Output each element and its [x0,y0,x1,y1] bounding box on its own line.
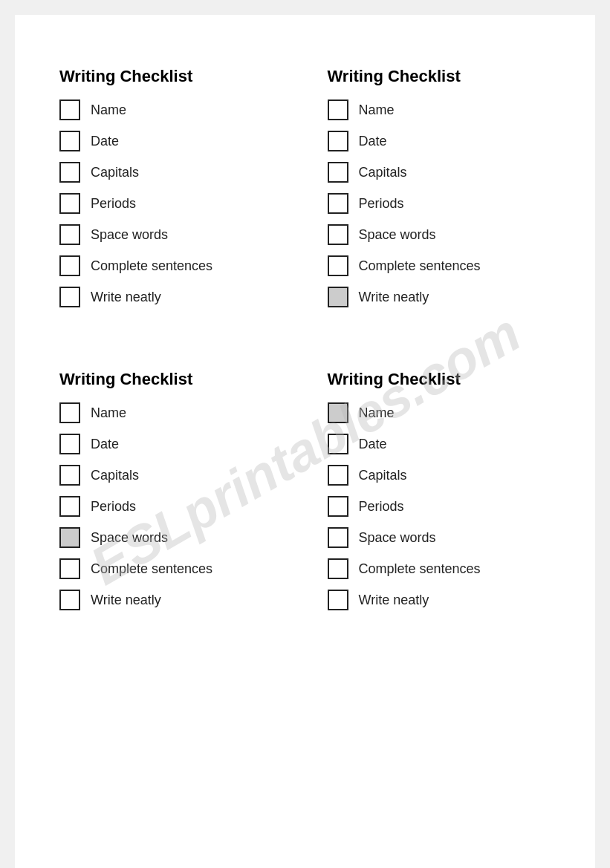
page: ESLprintables.com Writing ChecklistNameD… [15,15,595,868]
checklist-2-item-2[interactable]: Date [328,131,551,151]
checklist-3: Writing ChecklistNameDateCapitalsPeriods… [45,362,298,636]
checklist-4-item-5[interactable]: Space words [328,527,551,548]
item-label-4-6: Complete sentences [359,561,481,577]
checkbox-3-3[interactable] [59,465,80,486]
checklist-3-item-1[interactable]: Name [59,402,283,423]
checklist-4-item-7[interactable]: Write neatly [328,590,551,610]
checkbox-2-2[interactable] [328,131,348,151]
item-label-1-7: Write neatly [91,290,161,305]
checklist-4-item-3[interactable]: Capitals [328,465,551,486]
checklist-1-item-6[interactable]: Complete sentences [59,255,283,276]
checkbox-1-3[interactable] [59,162,80,183]
item-label-1-6: Complete sentences [91,258,212,274]
checkbox-2-1[interactable] [328,99,348,120]
item-label-4-1: Name [359,405,395,421]
checklists-grid: Writing ChecklistNameDateCapitalsPeriods… [45,59,565,636]
checklist-1-item-3[interactable]: Capitals [59,162,283,183]
item-label-3-3: Capitals [91,468,139,483]
checklist-3-item-2[interactable]: Date [59,434,283,454]
item-label-4-7: Write neatly [359,593,429,608]
checklist-1-item-5[interactable]: Space words [59,224,283,245]
item-label-3-6: Complete sentences [91,561,212,577]
checklist-2-item-1[interactable]: Name [328,99,551,120]
checklist-4-item-6[interactable]: Complete sentences [328,558,551,579]
checkbox-1-4[interactable] [59,193,80,214]
item-label-4-2: Date [359,437,387,452]
item-label-2-3: Capitals [359,165,407,180]
checkbox-4-7[interactable] [328,590,348,610]
checkbox-3-1[interactable] [59,402,80,423]
checkbox-2-5[interactable] [328,224,348,245]
item-label-2-5: Space words [359,227,436,243]
checkbox-2-7[interactable] [328,287,348,307]
checkbox-2-3[interactable] [328,162,348,183]
checklist-3-title: Writing Checklist [59,370,283,389]
checklist-2-item-7[interactable]: Write neatly [328,287,551,307]
item-label-2-7: Write neatly [359,290,429,305]
checklist-2-item-5[interactable]: Space words [328,224,551,245]
item-label-3-1: Name [91,405,126,421]
checkbox-1-5[interactable] [59,224,80,245]
checkbox-4-1[interactable] [328,402,348,423]
checklist-1-item-2[interactable]: Date [59,131,283,151]
item-label-4-5: Space words [359,530,436,546]
item-label-1-5: Space words [91,227,168,243]
checkbox-4-3[interactable] [328,465,348,486]
item-label-3-4: Periods [91,499,136,515]
checkbox-1-1[interactable] [59,99,80,120]
checkbox-4-5[interactable] [328,527,348,548]
checklist-3-item-6[interactable]: Complete sentences [59,558,283,579]
checklist-3-item-5[interactable]: Space words [59,527,283,548]
item-label-3-7: Write neatly [91,593,161,608]
item-label-2-1: Name [359,102,395,118]
item-label-1-3: Capitals [91,165,139,180]
item-label-1-4: Periods [91,196,136,212]
checklist-2-item-4[interactable]: Periods [328,193,551,214]
checklist-2-item-3[interactable]: Capitals [328,162,551,183]
checklist-2-item-6[interactable]: Complete sentences [328,255,551,276]
checkbox-4-6[interactable] [328,558,348,579]
checkbox-3-7[interactable] [59,590,80,610]
checklist-1-item-4[interactable]: Periods [59,193,283,214]
checklist-1-item-1[interactable]: Name [59,99,283,120]
checkbox-1-6[interactable] [59,255,80,276]
item-label-2-6: Complete sentences [359,258,481,274]
checkbox-4-2[interactable] [328,434,348,454]
checkbox-3-2[interactable] [59,434,80,454]
checklist-4: Writing ChecklistNameDateCapitalsPeriods… [313,362,566,636]
checkbox-3-5[interactable] [59,527,80,548]
checkbox-4-4[interactable] [328,496,348,517]
checkbox-3-6[interactable] [59,558,80,579]
item-label-3-2: Date [91,437,119,452]
item-label-4-3: Capitals [359,468,407,483]
checkbox-1-7[interactable] [59,287,80,307]
item-label-2-4: Periods [359,196,404,212]
checklist-4-item-2[interactable]: Date [328,434,551,454]
checklist-3-item-3[interactable]: Capitals [59,465,283,486]
checklist-1: Writing ChecklistNameDateCapitalsPeriods… [45,59,298,333]
checkbox-2-4[interactable] [328,193,348,214]
item-label-2-2: Date [359,134,387,149]
checklist-2-title: Writing Checklist [328,67,551,86]
checkbox-1-2[interactable] [59,131,80,151]
checkbox-2-6[interactable] [328,255,348,276]
checklist-1-title: Writing Checklist [59,67,283,86]
checklist-1-item-7[interactable]: Write neatly [59,287,283,307]
checklist-4-title: Writing Checklist [328,370,551,389]
checklist-3-item-7[interactable]: Write neatly [59,590,283,610]
checkbox-3-4[interactable] [59,496,80,517]
checklist-2: Writing ChecklistNameDateCapitalsPeriods… [313,59,566,333]
checklist-4-item-1[interactable]: Name [328,402,551,423]
item-label-1-2: Date [91,134,119,149]
item-label-3-5: Space words [91,530,168,546]
checklist-4-item-4[interactable]: Periods [328,496,551,517]
checklist-3-item-4[interactable]: Periods [59,496,283,517]
item-label-4-4: Periods [359,499,404,515]
item-label-1-1: Name [91,102,126,118]
